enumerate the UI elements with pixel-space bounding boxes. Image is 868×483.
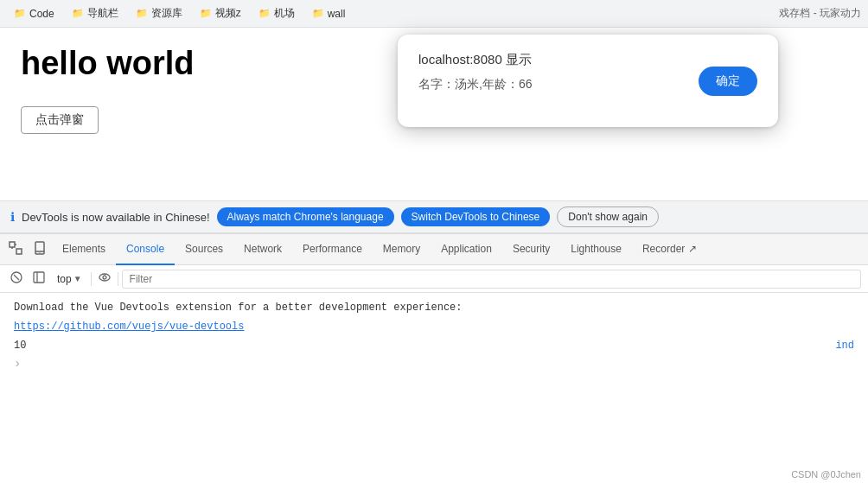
- tab-memory[interactable]: Memory: [373, 234, 431, 265]
- tab-console[interactable]: Console: [116, 234, 175, 265]
- svg-rect-0: [10, 242, 15, 247]
- svg-point-6: [40, 252, 41, 253]
- devtools-panel: Elements Console Sources Network Perform…: [0, 233, 868, 405]
- click-popup-button[interactable]: 点击弹窗: [21, 106, 99, 134]
- devtools-notification-bar: ℹ DevTools is now available in Chinese! …: [0, 200, 868, 233]
- devtools-tabs: Elements Console Sources Network Perform…: [0, 234, 868, 265]
- alert-dialog: localhost:8080 显示 名字：汤米,年龄：66 确定: [398, 35, 778, 127]
- console-line-link: https://github.com/vuejs/vue-devtools: [0, 317, 868, 336]
- svg-rect-1: [16, 249, 22, 254]
- bookmark-label: 机场: [274, 6, 295, 21]
- svg-rect-9: [34, 272, 44, 283]
- tab-lighthouse[interactable]: Lighthouse: [560, 234, 632, 265]
- alert-ok-button[interactable]: 确定: [699, 67, 757, 96]
- tab-application[interactable]: Application: [431, 234, 502, 265]
- console-number-value: 10: [14, 338, 26, 353]
- tab-recorder[interactable]: Recorder ↗: [632, 234, 707, 265]
- alert-title: localhost:8080 显示: [418, 52, 757, 68]
- console-toolbar: top ▼: [0, 265, 868, 293]
- extra-bookmarks-text: 戏存档 - 玩家动力: [779, 6, 861, 21]
- console-filter-input[interactable]: [122, 270, 861, 289]
- bookmark-airport[interactable]: 📁 机场: [252, 4, 302, 22]
- svg-point-11: [99, 274, 110, 281]
- toolbar-divider2: [118, 272, 118, 286]
- folder-icon: 📁: [258, 8, 271, 19]
- console-prompt: ›: [0, 355, 868, 372]
- tab-network[interactable]: Network: [233, 234, 292, 265]
- bookmark-label: 资源库: [151, 6, 182, 21]
- tab-elements[interactable]: Elements: [52, 234, 116, 265]
- svg-point-12: [103, 276, 106, 279]
- caret-down-icon: ▼: [73, 274, 82, 283]
- console-source-link[interactable]: ind: [835, 338, 854, 353]
- context-selector[interactable]: top ▼: [52, 271, 87, 287]
- eye-icon[interactable]: [95, 270, 114, 288]
- folder-icon: 📁: [72, 8, 84, 19]
- dont-show-again-button[interactable]: Don't show again: [557, 207, 659, 227]
- bookmark-resource[interactable]: 📁 资源库: [129, 4, 189, 22]
- toolbar-divider: [91, 272, 92, 286]
- info-icon: ℹ: [10, 210, 15, 224]
- bookmark-nav[interactable]: 📁 导航栏: [65, 4, 125, 22]
- csdn-watermark: CSDN @0Jchen: [791, 469, 861, 480]
- console-output: Download the Vue Devtools extension for …: [0, 293, 868, 405]
- notification-text: DevTools is now available in Chinese!: [22, 211, 210, 224]
- folder-icon: 📁: [312, 8, 324, 19]
- page-content: hello world 点击弹窗 localhost:8080 显示 名字：汤米…: [0, 28, 868, 200]
- bookmarks-bar: 📁 Code 📁 导航栏 📁 资源库 📁 视频z 📁 机场 📁 wall 戏存档…: [0, 0, 868, 28]
- tab-sources[interactable]: Sources: [175, 234, 233, 265]
- bookmark-label: 视频z: [215, 6, 241, 21]
- bookmark-label: wall: [328, 8, 346, 20]
- tab-performance[interactable]: Performance: [292, 234, 373, 265]
- bookmark-video[interactable]: 📁 视频z: [193, 4, 248, 22]
- console-text-vue: Download the Vue Devtools extension for …: [14, 300, 462, 315]
- switch-to-chinese-button[interactable]: Switch DevTools to Chinese: [401, 207, 551, 226]
- clear-console-button[interactable]: [7, 270, 26, 288]
- inspect-element-icon[interactable]: [3, 238, 28, 262]
- always-match-language-button[interactable]: Always match Chrome's language: [217, 207, 394, 226]
- svg-line-8: [14, 275, 19, 280]
- tab-security[interactable]: Security: [502, 234, 560, 265]
- bookmark-code[interactable]: 📁 Code: [7, 6, 61, 22]
- folder-icon: 📁: [14, 8, 26, 19]
- console-line-number: 10 ind: [0, 336, 868, 355]
- show-console-sidebar-button[interactable]: [29, 270, 48, 288]
- folder-icon: 📁: [200, 8, 212, 19]
- svg-rect-4: [35, 242, 44, 254]
- console-line-vue: Download the Vue Devtools extension for …: [0, 298, 868, 317]
- bookmark-label: Code: [29, 8, 54, 20]
- bookmark-wall[interactable]: 📁 wall: [305, 6, 353, 22]
- vue-devtools-link[interactable]: https://github.com/vuejs/vue-devtools: [14, 319, 244, 334]
- folder-icon: 📁: [136, 8, 148, 19]
- device-toolbar-icon[interactable]: [28, 238, 52, 262]
- context-top-label: top: [57, 273, 72, 285]
- bookmark-label: 导航栏: [87, 6, 118, 21]
